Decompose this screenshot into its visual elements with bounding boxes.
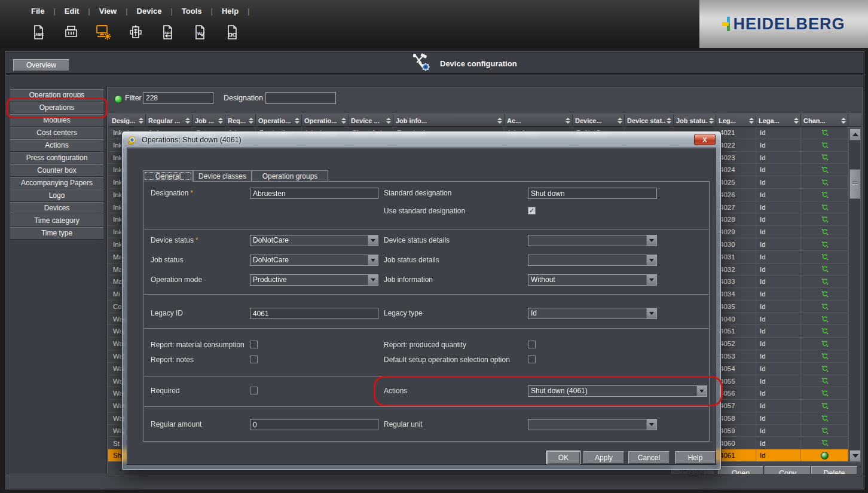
device-status-details-select[interactable] (528, 235, 657, 246)
print-icon[interactable] (62, 23, 80, 42)
sort-icon[interactable] (566, 118, 570, 124)
legacy-type-select[interactable]: Id (528, 308, 657, 319)
tab-general[interactable]: General (143, 170, 193, 182)
tab-device-classes[interactable]: Device classes (193, 170, 252, 181)
column-header-operation[interactable]: Operatio... (302, 114, 349, 127)
use-standard-designation-checkbox[interactable]: ✓ (528, 207, 536, 215)
sort-icon[interactable] (341, 118, 346, 124)
ok-button[interactable]: OK (547, 451, 580, 464)
column-header-job-status-details[interactable]: Job statu... (674, 114, 716, 127)
regular-unit-select[interactable] (528, 419, 657, 430)
sort-icon[interactable] (841, 118, 846, 124)
sort-icon[interactable] (497, 118, 502, 124)
menu-file[interactable]: File (27, 5, 48, 17)
chevron-down-icon[interactable] (646, 275, 656, 285)
scroll-up-icon[interactable] (849, 128, 861, 140)
sidebar-item-devices[interactable]: Devices (10, 202, 103, 215)
sidebar-item-counter-box[interactable]: Counter box (10, 164, 103, 177)
required-checkbox[interactable] (250, 387, 258, 394)
sort-icon[interactable] (386, 118, 391, 124)
sort-icon[interactable] (794, 118, 799, 124)
legacy-id-field[interactable] (250, 308, 378, 319)
column-header-req[interactable]: Req... (226, 114, 256, 127)
report-quantity-checkbox[interactable] (528, 341, 536, 348)
sort-icon[interactable] (667, 118, 671, 124)
regular-amount-field[interactable] (250, 419, 378, 430)
sidebar-item-time-type[interactable]: Time type (10, 227, 103, 240)
cell-changed (802, 127, 848, 139)
sort-icon[interactable] (249, 118, 253, 124)
menu-view[interactable]: View (96, 5, 120, 17)
chevron-down-icon[interactable] (368, 235, 378, 246)
sidebar-item-logo[interactable]: Logo (10, 189, 103, 202)
table-scrollbar[interactable] (848, 127, 861, 463)
designation-field[interactable] (250, 188, 378, 199)
apply-button[interactable]: Apply (583, 451, 624, 464)
column-header-job[interactable]: Job ... (193, 114, 225, 127)
device-status-select[interactable]: DoNotCare (250, 235, 378, 246)
sidebar-item-operations[interactable]: Operations (10, 102, 103, 114)
cancel-button[interactable]: Cancel (628, 451, 670, 464)
column-header-device-class[interactable]: Device ... (349, 114, 393, 127)
scroll-down-icon[interactable] (849, 450, 861, 462)
menu-edit[interactable]: Edit (61, 5, 83, 17)
device-configuration-icon[interactable] (94, 23, 112, 42)
column-header-action[interactable]: Ac... (505, 114, 573, 127)
sidebar-item-accompanying-papers[interactable]: Accompanying Papers (10, 177, 103, 189)
column-header-job-info[interactable]: Job info... (394, 114, 505, 127)
job-status-select[interactable]: DoNotCare (250, 255, 378, 266)
column-header-legacy[interactable]: Leg... (717, 114, 756, 127)
operation-mode-select[interactable]: Productive (250, 274, 378, 286)
sidebar-item-operation-groups[interactable]: Operation groups (10, 89, 103, 102)
machine-icon[interactable] (127, 23, 145, 42)
chevron-down-icon[interactable] (646, 308, 656, 319)
column-header-designation[interactable]: Desig... (110, 114, 146, 127)
tab-operation-groups[interactable]: Operation groups (252, 170, 328, 181)
actions-select[interactable]: Shut down (4061) (528, 385, 707, 397)
job-status-details-select[interactable] (528, 255, 657, 266)
chevron-down-icon[interactable] (646, 419, 656, 430)
column-header-changed[interactable]: Chan... (802, 114, 848, 127)
sort-icon[interactable] (185, 118, 190, 124)
close-icon[interactable]: X (694, 134, 716, 145)
job-information-select[interactable]: Without (528, 274, 657, 286)
report-designation-icon[interactable]: ABC (30, 23, 48, 42)
report-link-icon[interactable] (224, 23, 242, 42)
chevron-down-icon[interactable] (646, 255, 656, 265)
filter-input[interactable] (143, 92, 213, 104)
report-check-icon[interactable]: W (191, 23, 209, 42)
default-setup-checkbox[interactable] (528, 356, 536, 363)
sidebar-item-time-category[interactable]: Time category (10, 215, 103, 227)
chevron-down-icon[interactable] (696, 386, 707, 396)
scrollbar-thumb[interactable] (849, 169, 861, 199)
sort-icon[interactable] (709, 118, 714, 124)
chevron-down-icon[interactable] (368, 275, 378, 285)
column-header-legacy-type[interactable]: Lega... (757, 114, 801, 127)
menu-tools[interactable]: Tools (178, 5, 206, 17)
report-import-icon[interactable]: ABC (159, 23, 177, 42)
sidebar-item-press-configuration[interactable]: Press configuration (10, 152, 103, 164)
report-material-checkbox[interactable] (250, 341, 258, 348)
column-header-operation-mode[interactable]: Operatio... (256, 114, 302, 127)
dialog-title-bar[interactable]: Operations: Shut down (4061) X (122, 131, 721, 148)
column-header-device-status[interactable]: Device... (573, 114, 625, 127)
help-button[interactable]: Help (675, 451, 716, 464)
overview-button[interactable]: Overview (13, 59, 69, 71)
menu-device[interactable]: Device (133, 5, 166, 17)
sort-icon[interactable] (218, 118, 223, 124)
sort-icon[interactable] (618, 118, 622, 124)
sort-icon[interactable] (139, 118, 143, 124)
sort-icon[interactable] (295, 118, 299, 124)
chevron-down-icon[interactable] (368, 255, 378, 265)
designation-filter-input[interactable] (265, 92, 336, 104)
sidebar-item-cost-centers[interactable]: Cost centers (10, 127, 103, 139)
report-notes-checkbox[interactable] (250, 356, 258, 363)
sidebar-item-actions[interactable]: Actions (10, 139, 103, 152)
column-header-device-status-details[interactable]: Device stat... (625, 114, 674, 127)
menu-help[interactable]: Help (218, 5, 242, 17)
sort-icon[interactable] (749, 118, 754, 124)
chevron-down-icon[interactable] (646, 235, 656, 246)
column-header-regular[interactable]: Regular ... (146, 114, 192, 127)
standard-designation-field[interactable] (528, 188, 657, 199)
sidebar-item-modules[interactable]: Modules (10, 114, 103, 127)
